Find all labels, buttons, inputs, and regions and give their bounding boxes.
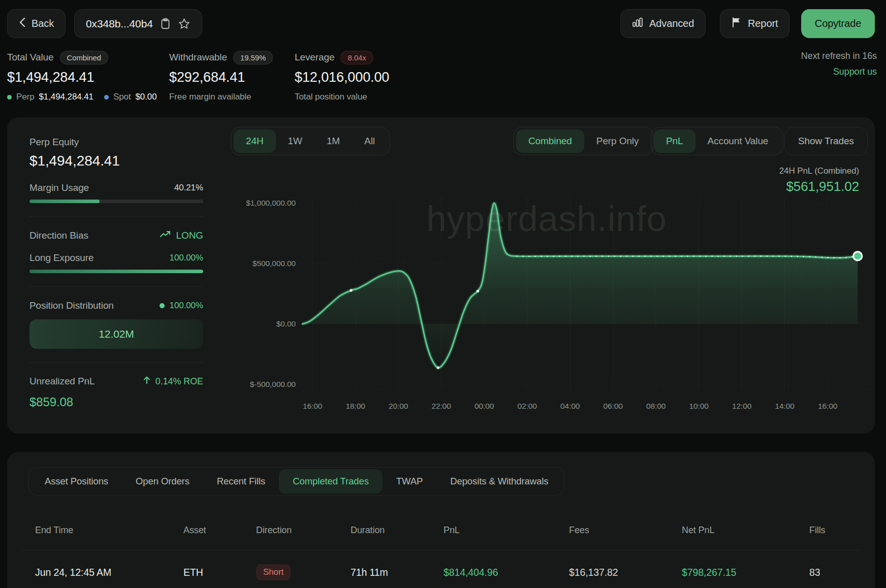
x-axis-label: 12:00 [732,402,752,410]
x-axis-label: 18:00 [345,402,365,410]
bar-chart-icon [632,17,643,30]
show-trades-label: Show Trades [798,136,854,147]
col-net-pnl: Net PnL [682,525,809,536]
position-distribution-label: Position Distribution [29,300,114,311]
star-icon[interactable] [178,18,191,30]
y-axis-label: $0.00 [276,319,296,328]
back-label: Back [31,18,54,29]
x-axis-label: 08:00 [646,402,666,410]
cell-pnl: $814,404.96 [444,567,569,578]
copy-icon[interactable] [160,18,171,29]
x-axis-label: 22:00 [431,402,451,410]
col-asset: Asset [183,525,256,536]
cell-net-pnl: $798,267.15 [682,567,809,578]
wallet-address: 0x348b...40b4 [86,18,153,30]
tab-pnl[interactable]: PnL [654,129,695,153]
advanced-button[interactable]: Advanced [620,9,706,38]
table-header: End Time Asset Direction Duration PnL Fe… [7,523,875,537]
timeframe-tabs: 24H 1W 1M All [231,127,390,155]
leverage-sub: Total position value [295,92,367,102]
cell-fees: $16,137.82 [569,567,682,578]
tab-perp-only[interactable]: Perp Only [584,129,651,153]
leverage-label: Leverage [295,52,334,63]
divider [29,286,203,287]
leverage-stat: Leverage 8.04x $12,016,000.00 Total posi… [295,50,389,102]
unrealized-pnl-label: Unrealized PnL [29,376,95,387]
direction-bias-value: LONG [176,230,203,241]
margin-usage-value: 40.21% [174,183,203,193]
total-value: $1,494,284.41 [7,70,157,85]
x-axis-label: 04:00 [560,402,580,410]
tab-open-orders[interactable]: Open Orders [122,469,203,494]
distribution-segment[interactable]: 12.02M [29,319,203,349]
tab-1m[interactable]: 1M [314,129,352,153]
tab-combined[interactable]: Combined [516,129,584,153]
divider [29,216,203,217]
direction-bias-label: Direction Bias [29,230,88,241]
trending-up-icon [160,230,171,241]
withdrawable-label: Withdrawable [169,52,227,63]
data-point-marker [477,290,479,292]
total-value-stat: Total Value Combined $1,494,284.41 Perp … [7,50,157,102]
spot-label: Spot [113,92,131,102]
table-row[interactable]: Jun 24, 12:45 AM ETH Short 71h 11m $814,… [7,556,875,588]
withdrawable-badge: 19.59% [233,51,273,64]
withdrawable-sub: Free margin available [169,92,251,102]
back-button[interactable]: Back [7,9,66,38]
col-direction: Direction [256,525,351,536]
trades-panel: Asset Positions Open Orders Recent Fills… [7,452,875,588]
cell-end-time: Jun 24, 12:45 AM [35,567,183,578]
x-axis-label: 02:00 [517,402,537,410]
pnl-chart-svg[interactable]: $1,000,000.00$500,000.00$0.00$-500,000.0… [218,195,875,419]
withdrawable-stat: Withdrawable 19.59% $292,684.41 Free mar… [169,50,273,102]
tab-account-value[interactable]: Account Value [695,129,781,153]
cell-fills: 83 [809,567,875,578]
chart-pnl-value: $561,951.02 [786,179,860,194]
distribution-segment-value: 12.02M [99,328,134,340]
perp-label: Perp [16,92,35,102]
perp-value: $1,494,284.41 [39,92,93,102]
withdrawable-value: $292,684.41 [169,70,273,85]
table-divider [22,550,860,550]
col-pnl: PnL [444,525,569,536]
col-end-time: End Time [35,525,183,536]
leverage-badge: 8.04x [340,51,373,64]
spot-dot-icon [104,95,109,100]
report-button[interactable]: Report [720,9,789,38]
report-label: Report [748,18,778,29]
chevron-left-icon [19,17,25,30]
x-axis-label: 20:00 [389,402,408,410]
long-exposure-label: Long Exposure [29,252,94,264]
margin-usage-fill [29,200,100,203]
show-trades-button[interactable]: Show Trades [784,127,868,155]
wallet-address-pill[interactable]: 0x348b...40b4 [74,9,202,38]
tab-all[interactable]: All [352,129,387,153]
x-axis-label: 16:00 [303,402,323,410]
perp-equity-value: $1,494,284.41 [29,153,203,169]
total-value-label: Total Value [7,52,54,63]
pnl-chart[interactable]: $1,000,000.00$500,000.00$0.00$-500,000.0… [218,195,875,419]
current-value-dot [853,252,862,260]
x-axis-label: 00:00 [474,402,494,410]
tab-deposits-withdrawals[interactable]: Deposits & Withdrawals [436,469,562,494]
perp-dot-icon [7,95,12,100]
tab-24h[interactable]: 24H [234,129,276,153]
x-axis-label: 06:00 [603,402,623,410]
tab-completed-trades[interactable]: Completed Trades [279,469,383,494]
chart-pnl-label: 24H PnL (Combined) [779,166,859,176]
copytrade-button[interactable]: Copytrade [801,9,875,38]
tab-asset-positions[interactable]: Asset Positions [31,469,122,494]
roe-value: 0.14% ROE [155,376,203,387]
pnl-area-fill [302,203,858,368]
tab-1w[interactable]: 1W [276,129,314,153]
y-axis-label: $1,000,000.00 [246,199,296,207]
spot-value: $0.00 [136,92,157,102]
metric-tabs: PnL Account Value [651,127,783,155]
support-us-link[interactable]: Support us [833,67,877,77]
long-exposure-fill [29,270,203,273]
tab-twap[interactable]: TWAP [383,469,436,494]
combined-badge: Combined [60,51,109,64]
direction-badge: Short [256,564,291,580]
distribution-dot-icon [160,303,165,308]
tab-recent-fills[interactable]: Recent Fills [203,469,279,494]
